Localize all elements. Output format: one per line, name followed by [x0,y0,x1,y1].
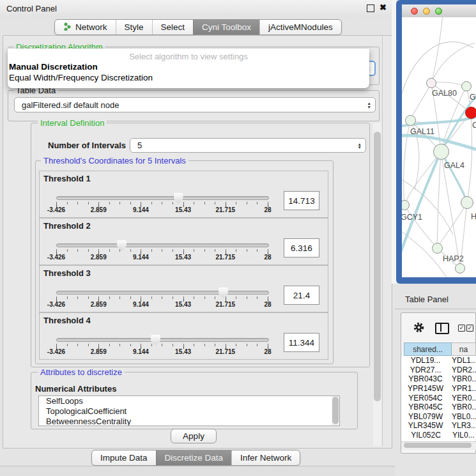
table-row[interactable]: YLR345WYLR3... [401,421,476,431]
control-panel-header: Control Panel ✖ [0,0,395,17]
tab-label: Network [75,22,107,32]
threshold-slider[interactable]: -3.4262.8599.14415.4321.71528 [56,286,268,309]
stepper-icon: ▲▼ [358,142,362,149]
checkbox-icon[interactable]: ✓ [466,325,473,332]
table-row[interactable]: YER054CYER0... [401,393,476,403]
list-item[interactable]: TopologicalCoefficient [39,406,339,417]
network-node[interactable] [465,107,476,119]
tab-label: Style [125,22,144,32]
table-cell: YPR1... [450,384,476,393]
tab-infer-network[interactable]: Infer Network [231,450,300,465]
numerical-attributes-label: Numerical Attributes [35,384,116,394]
split-view-icon[interactable] [435,323,449,334]
threshold-label: Threshold 1 [43,174,91,183]
tab-cyni-toolbox[interactable]: Cyni Toolbox [193,20,259,35]
threshold-label: Threshold 4 [43,316,91,325]
list-item[interactable]: BetweennessCentrality [39,417,339,426]
panel-title: Control Panel [6,4,57,13]
control-panel: Control Panel ✖ Network Style Select Cyn… [0,0,395,476]
table-cell: YDR27... [401,365,450,374]
table-row[interactable]: YIL052CYIL0... [401,431,476,440]
window-minimize-button[interactable] [423,8,430,15]
threshold-panel-2: Threshold 2 -3.4262.8599.14415.4321.7152… [39,218,328,265]
table-cell: YBR045C [401,403,450,411]
numerical-attributes-list[interactable]: SelfLoops TopologicalCoefficient Between… [38,395,340,426]
group-title: Attributes to discretize [38,367,125,377]
threshold-label: Threshold 2 [43,221,91,231]
column-header-shared[interactable]: shared... [404,342,452,356]
tab-impute-data[interactable]: Impute Data [92,450,156,465]
float-window-icon[interactable] [367,4,374,12]
network-node[interactable] [426,78,436,88]
number-of-intervals-combobox[interactable]: 5 ▲▼ [130,138,366,153]
network-node[interactable] [433,144,449,160]
attributes-scrollbar-thumb[interactable] [332,397,339,424]
slider-track[interactable] [56,291,269,295]
table-cell: YLR345W [401,421,450,430]
panel-gap [392,0,396,284]
table-hscrollbar-thumb[interactable] [404,443,472,448]
table-cell: YPR145W [401,384,450,393]
table-row[interactable]: YDL19...YDL1... [401,356,476,365]
table-cell: YER0... [450,394,476,403]
divider [395,309,476,309]
network-icon [63,22,72,33]
node-label: GAL80 [432,89,457,98]
list-item[interactable]: SelfLoops [39,396,339,406]
threshold-slider[interactable]: -3.4262.8599.14415.4321.71528 [56,334,268,357]
tab-label: Impute Data [100,453,148,463]
tab-discretize-data[interactable]: Discretize Data [156,450,232,465]
gear-icon[interactable] [413,322,424,335]
tab-jactivemnodules[interactable]: jActiveMNodules [259,20,341,35]
table-cell: YDL1... [450,356,476,365]
close-icon[interactable]: ✖ [380,3,387,12]
table-row[interactable]: YPR145WYPR1... [401,384,476,394]
table-row[interactable]: YBR043CYBR0... [401,374,476,384]
tab-style[interactable]: Style [116,20,152,35]
popup-item-manual-discretization[interactable]: Manual Discretization [8,61,369,72]
table-row[interactable]: YBL079WYBL0... [401,412,476,422]
table-row[interactable]: YBR045CYBR0... [401,403,476,412]
table-cell: YDL19... [401,356,450,365]
network-node[interactable] [455,263,465,273]
group-title: Threshold's Coordinates for 5 Intervals [41,156,188,165]
threshold-panel-1: Threshold 1 -3.4262.8599.14415.4321.7152… [39,171,328,218]
slider-track[interactable] [56,338,269,342]
node-label: H [471,212,476,221]
network-node[interactable] [461,196,473,209]
threshold-slider[interactable]: -3.4262.8599.14415.4321.71528 [56,192,268,215]
panel-scrollbar-thumb[interactable] [374,132,381,401]
tab-label: jActiveMNodules [268,22,333,32]
tab-select[interactable]: Select [152,20,194,35]
network-node[interactable] [405,115,416,126]
popup-item-equal-width-frequency[interactable]: Equal Width/Frequency Discretization [8,72,369,83]
threshold-value-box[interactable]: 11.344 [284,333,319,352]
column-header-name[interactable]: na [452,342,476,356]
table-data-combobox[interactable]: galFiltered.sif default node ▲▼ [14,97,376,112]
window-zoom-button[interactable] [435,8,442,15]
table-cell: YDR2... [450,365,476,374]
table-data-combobox-value: galFiltered.sif default node [22,100,119,110]
threshold-value-box[interactable]: 6.316 [284,238,319,257]
network-canvas[interactable]: GAL80GACGAL11GAL4GCY1HHAP2 [402,17,476,277]
tab-network[interactable]: Network [55,20,116,35]
threshold-value-box[interactable]: 14.713 [284,191,319,210]
node-label: GCY1 [402,213,422,222]
apply-button[interactable]: Apply [171,429,217,443]
slider-track[interactable] [56,243,269,247]
stepper-icon: ▲▼ [367,102,371,109]
table-row[interactable]: YDR27...YDR2... [401,365,476,375]
window-close-button[interactable] [411,8,418,15]
table-cell: YIL052C [401,431,450,440]
table-cell: YBL079W [401,412,450,421]
checkbox-icon[interactable]: ✓ [458,325,465,332]
network-node[interactable] [432,243,443,254]
table-cell: YIL0... [450,431,476,440]
threshold-slider[interactable]: -3.4262.8599.14415.4321.71528 [56,239,268,262]
tab-label: Infer Network [240,453,291,463]
threshold-value-box[interactable]: 21.4 [284,286,319,305]
slider-track[interactable] [56,196,269,200]
slider-tick-labels: -3.4262.8599.14415.4321.71528 [56,348,268,356]
network-node[interactable] [461,81,472,91]
threshold-panel-4: Threshold 4 -3.4262.8599.14415.4321.7152… [39,312,328,360]
